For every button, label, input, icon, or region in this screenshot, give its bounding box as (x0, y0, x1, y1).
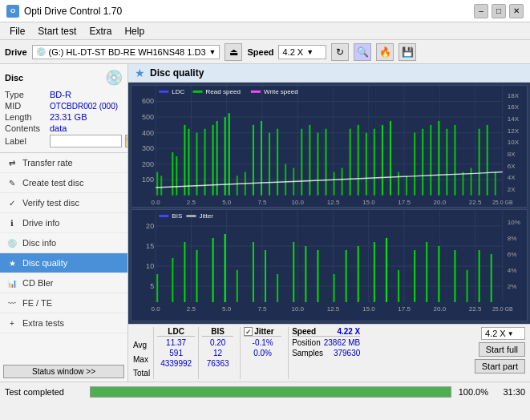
speed-label: Speed (247, 47, 273, 57)
extra-tests-icon: + (6, 317, 18, 329)
svg-text:500: 500 (142, 113, 154, 121)
nav-items: ⇄ Transfer rate ✎ Create test disc ✓ Ver… (0, 153, 127, 333)
chart-bis-svg: 20 15 10 5 10% 8% 6% 4% 2% 0.0 2.5 5.0 (131, 210, 527, 314)
svg-rect-133 (454, 250, 455, 302)
drive-selector[interactable]: 💿 (G:) HL-DT-ST BD-RE WH16NS48 1.D3 ▼ (32, 45, 220, 59)
start-full-button[interactable]: Start full (479, 342, 525, 357)
drive-dropdown-icon[interactable]: ▼ (209, 48, 216, 56)
nav-drive-info[interactable]: ℹ Drive info (0, 213, 127, 233)
svg-rect-43 (342, 168, 343, 196)
menu-file[interactable]: File (3, 24, 31, 38)
stats-buttons-col: 4.2 X ▼ Start full Start part (475, 327, 525, 379)
save-button[interactable]: 💾 (399, 43, 416, 61)
svg-rect-93 (251, 91, 261, 93)
stats-speed-col: Speed 4.22 X Position 23862 MB Samples 3… (288, 327, 360, 379)
burn-button[interactable]: 🔥 (376, 43, 394, 61)
svg-text:6%: 6% (508, 251, 517, 258)
svg-text:2.5: 2.5 (187, 305, 196, 313)
svg-text:Jitter: Jitter (200, 212, 214, 220)
svg-rect-40 (317, 133, 318, 196)
svg-rect-48 (382, 125, 383, 196)
nav-create-test-disc[interactable]: ✎ Create test disc (0, 173, 127, 193)
stats-bis-max: 12 (202, 349, 233, 357)
chart-ldc: 600 500 400 300 200 100 18X 16X 14X 12X … (131, 85, 528, 208)
minimize-button[interactable]: – (474, 4, 488, 18)
stats-max-label: Max (133, 353, 150, 365)
svg-text:22.5: 22.5 (469, 305, 482, 313)
svg-rect-39 (309, 125, 310, 196)
stats-bis-header: BIS (202, 327, 233, 337)
svg-text:25.0 GB: 25.0 GB (492, 200, 513, 206)
nav-cd-bler[interactable]: 📊 CD Bler (0, 273, 127, 293)
window-controls: – □ ✕ (474, 4, 524, 18)
transfer-rate-icon: ⇄ (6, 157, 18, 168)
svg-text:14X: 14X (508, 115, 520, 123)
svg-rect-115 (212, 238, 214, 302)
start-part-button[interactable]: Start part (475, 359, 525, 374)
svg-rect-120 (277, 274, 278, 302)
menu-help[interactable]: Help (118, 24, 151, 38)
nav-extra-tests[interactable]: + Extra tests (0, 313, 127, 333)
svg-rect-125 (346, 250, 347, 302)
verify-test-disc-icon: ✓ (6, 197, 18, 208)
svg-rect-53 (422, 129, 423, 196)
speed-dropdown-icon[interactable]: ▼ (306, 48, 314, 56)
nav-fe-te[interactable]: 〰 FE / TE (0, 293, 127, 313)
disc-panel-title: Disc (5, 73, 23, 83)
nav-disc-quality[interactable]: ★ Disc quality (0, 253, 127, 273)
svg-text:Read speed: Read speed (206, 88, 241, 95)
menu-start-test[interactable]: Start test (31, 24, 83, 38)
svg-rect-52 (414, 133, 415, 196)
svg-rect-23 (188, 129, 189, 196)
maximize-button[interactable]: □ (492, 4, 506, 18)
stats-speed-dropdown[interactable]: 4.2 X ▼ (481, 327, 525, 340)
nav-drive-info-label: Drive info (22, 218, 59, 228)
stats-avg-label: Avg (133, 339, 150, 351)
svg-rect-116 (225, 234, 226, 302)
svg-text:15: 15 (146, 242, 154, 250)
svg-rect-18 (156, 172, 158, 195)
refresh-button[interactable]: ↻ (331, 43, 349, 61)
content-header-icon: ★ (135, 67, 145, 79)
svg-rect-119 (265, 250, 266, 302)
charts-area: 600 500 400 300 200 100 18X 16X 14X 12X … (128, 83, 530, 324)
svg-text:400: 400 (142, 129, 154, 137)
stats-ldc-avg: 11.37 (157, 338, 195, 347)
menu-extra[interactable]: Extra (83, 24, 118, 38)
svg-text:17.5: 17.5 (398, 200, 411, 207)
disc-label-input[interactable] (50, 135, 122, 147)
svg-text:0.0: 0.0 (152, 305, 161, 313)
statusbar: Test completed 100.0% 31:30 (0, 382, 530, 401)
status-time: 31:30 (493, 387, 525, 397)
eject-button[interactable]: ⏏ (225, 43, 242, 61)
menubar: File Start test Extra Help (0, 22, 530, 40)
drive-label: Drive (5, 47, 27, 57)
svg-rect-114 (196, 250, 197, 302)
content-area: ★ Disc quality (128, 64, 530, 382)
stats-ldc-total: 4339992 (157, 359, 195, 368)
jitter-checkbox[interactable]: ✓ (244, 327, 253, 336)
disc-contents-label: Contents (5, 123, 47, 133)
stats-speed-header-row: Speed 4.22 X (292, 327, 360, 337)
stats-speed-val: 4.22 X (337, 327, 360, 336)
stats-samples-label: Samples (292, 349, 323, 357)
disc-panel-icon: 💿 (105, 69, 123, 87)
speed-selector[interactable]: 4.2 X ▼ (278, 45, 326, 59)
stats-jitter-header-row: ✓ Jitter (244, 327, 281, 337)
nav-disc-info[interactable]: 💿 Disc info (0, 233, 127, 253)
svg-text:8%: 8% (508, 235, 517, 242)
fe-te-icon: 〰 (6, 297, 18, 309)
svg-text:20: 20 (146, 222, 154, 230)
close-button[interactable]: ✕ (509, 4, 524, 18)
nav-cd-bler-label: CD Bler (22, 278, 54, 288)
nav-transfer-rate[interactable]: ⇄ Transfer rate (0, 153, 127, 173)
stats-ldc-col: LDC 11.37 591 4339992 (153, 327, 195, 379)
status-window-button[interactable]: Status window >> (3, 365, 124, 378)
svg-text:Write speed: Write speed (264, 88, 298, 95)
stats-jitter-header: Jitter (254, 327, 273, 336)
cd-bler-icon: 📊 (6, 277, 18, 289)
svg-text:10X: 10X (508, 139, 520, 146)
speed-value: 4.2 X (282, 47, 303, 57)
scan-button[interactable]: 🔍 (354, 43, 371, 61)
nav-verify-test-disc[interactable]: ✓ Verify test disc (0, 193, 127, 213)
